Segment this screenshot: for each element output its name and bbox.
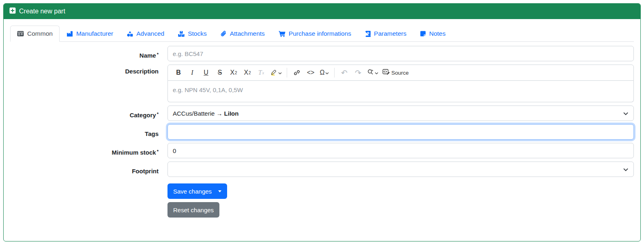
id-card-icon: [17, 31, 24, 37]
link-button[interactable]: [290, 67, 303, 79]
common-tab-panel: Name* Description B I U S X2 X2: [10, 42, 634, 218]
bold-button[interactable]: B: [172, 67, 185, 79]
required-marker: *: [157, 112, 159, 116]
remove-format-button[interactable]: Tx: [255, 67, 268, 79]
subscript-button[interactable]: X2: [227, 67, 240, 79]
underline-button[interactable]: U: [200, 67, 213, 79]
tab-label: Advanced: [136, 30, 164, 37]
magnifier-icon: [367, 69, 374, 77]
special-characters-button[interactable]: Ω: [318, 67, 331, 79]
tags-label: Tags: [10, 127, 159, 137]
category-label: Category*: [10, 108, 159, 119]
footprint-label: Footprint: [10, 164, 159, 175]
minimum-stock-row: Minimum stock*: [10, 143, 634, 158]
page: Create new part Common Manufacturer: [0, 0, 644, 250]
tab-label: Attachments: [230, 30, 265, 37]
find-replace-button[interactable]: [365, 67, 380, 79]
paperclip-icon: [221, 30, 227, 37]
buttons-row: Save changes Reset changes: [10, 183, 634, 218]
redo-button[interactable]: ↷: [352, 67, 365, 79]
caret-down-icon[interactable]: [218, 190, 221, 192]
superscript-button[interactable]: X2: [241, 67, 254, 79]
chevron-down-icon: [623, 110, 628, 117]
tab-advanced[interactable]: Advanced: [120, 26, 171, 42]
tab-bar: Common Manufacturer Advanced: [10, 26, 634, 42]
highlight-marker-icon: [270, 69, 277, 77]
atlas-book-icon: [365, 31, 371, 37]
tab-parameters[interactable]: Parameters: [358, 26, 413, 42]
shapes-icon: [127, 31, 133, 37]
source-button-label: Source: [391, 70, 409, 76]
page-title: Create new part: [19, 8, 65, 15]
name-row: Name*: [10, 46, 634, 61]
tab-label: Parameters: [374, 30, 406, 37]
card-header: Create new part: [4, 4, 640, 19]
source-button[interactable]: Source: [381, 67, 410, 79]
create-part-card: Create new part Common Manufacturer: [3, 3, 641, 241]
category-select[interactable]: ACCus/Batterie → LiIon: [167, 106, 634, 121]
toolbar-separator: [287, 68, 287, 78]
highlight-button[interactable]: [268, 67, 283, 79]
chevron-down-icon: [375, 69, 378, 76]
tab-attachments[interactable]: Attachments: [214, 26, 272, 42]
footprint-row: Footprint: [10, 162, 634, 177]
tab-label: Notes: [429, 30, 446, 37]
minimum-stock-input[interactable]: [167, 143, 634, 158]
tab-label: Purchase informations: [289, 30, 351, 37]
tab-notes[interactable]: Notes: [413, 26, 453, 42]
italic-button[interactable]: I: [186, 67, 199, 79]
tags-input[interactable]: [167, 124, 634, 140]
tab-manufacturer[interactable]: Manufacturer: [60, 26, 120, 42]
toolbar-separator: [334, 68, 335, 78]
undo-button[interactable]: ↶: [338, 67, 351, 79]
shopping-cart-icon: [279, 31, 286, 37]
plus-square-icon: [9, 7, 16, 15]
reset-changes-button[interactable]: Reset changes: [167, 202, 219, 218]
sticky-note-icon: [420, 31, 426, 37]
tab-stocks[interactable]: Stocks: [171, 26, 214, 42]
code-button[interactable]: <>: [304, 67, 317, 79]
description-row: Description B I U S X2 X2 Tx: [10, 65, 634, 102]
source-code-icon: [382, 69, 390, 77]
editor-toolbar: B I U S X2 X2 Tx: [167, 65, 634, 81]
strikethrough-button[interactable]: S: [213, 67, 226, 79]
chevron-down-icon: [623, 166, 628, 173]
tab-common[interactable]: Common: [10, 26, 60, 42]
boxes-stacked-icon: [178, 31, 185, 37]
chevron-down-icon: [278, 69, 282, 76]
description-label: Description: [10, 65, 159, 102]
tab-label: Common: [27, 30, 53, 37]
tab-purchase-informations[interactable]: Purchase informations: [272, 26, 358, 42]
footprint-select[interactable]: [167, 162, 634, 177]
description-editable-area[interactable]: e.g. NPN 45V, 0,1A, 0,5W: [167, 81, 634, 102]
category-row: Category* ACCus/Batterie → LiIon: [10, 106, 634, 121]
name-input[interactable]: [167, 46, 634, 61]
required-marker: *: [157, 149, 159, 154]
required-marker: *: [157, 52, 159, 57]
minimum-stock-label: Minimum stock*: [10, 146, 159, 156]
tags-row: Tags: [10, 124, 634, 140]
description-editor: B I U S X2 X2 Tx: [167, 65, 634, 102]
tab-label: Stocks: [188, 30, 207, 37]
factory-icon: [67, 31, 73, 37]
save-changes-button[interactable]: Save changes: [167, 183, 227, 199]
description-placeholder: e.g. NPN 45V, 0,1A, 0,5W: [173, 86, 243, 93]
name-label: Name*: [10, 49, 159, 59]
category-value: ACCus/Batterie →: [173, 110, 223, 117]
tab-label: Manufacturer: [76, 30, 113, 37]
chevron-down-icon: [325, 69, 329, 76]
category-value-bold: LiIon: [224, 110, 239, 117]
